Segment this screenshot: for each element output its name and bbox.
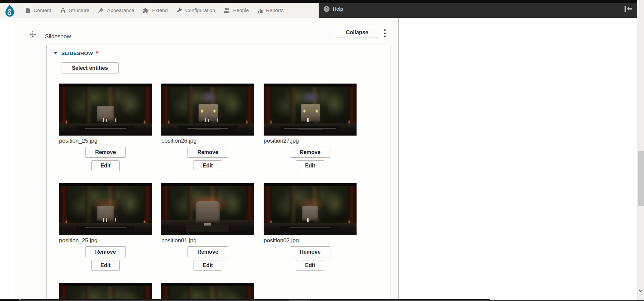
toolbar-item-label: Help bbox=[333, 6, 343, 12]
stage-panel bbox=[186, 225, 229, 232]
proscenium-top bbox=[264, 183, 357, 186]
toolbar-item-label: Reports bbox=[266, 7, 284, 13]
toolbar-menu: Content Structure Appearance Extend bbox=[0, 3, 319, 18]
edit-button[interactable]: Edit bbox=[194, 160, 222, 171]
subtitle-bar bbox=[280, 126, 340, 131]
remove-button[interactable]: Remove bbox=[290, 246, 330, 257]
edit-button[interactable]: Edit bbox=[296, 160, 324, 171]
vertical-scrollbar[interactable] bbox=[637, 0, 644, 301]
toolbar-item-label: Configuration bbox=[185, 7, 215, 13]
proscenium-top bbox=[59, 183, 152, 186]
content-region: Slideshow Collapse SLIDESHOW * Select en… bbox=[14, 18, 399, 300]
stage-structure bbox=[196, 201, 220, 223]
stage-backdrop bbox=[66, 286, 145, 301]
fieldset-legend-label: SLIDESHOW bbox=[61, 50, 93, 56]
proscenium-top bbox=[59, 283, 152, 286]
sitemap-icon bbox=[60, 7, 66, 13]
page-icon bbox=[25, 7, 31, 13]
slideshow-items-grid: position_25.jpg Remove Edit position26.j… bbox=[59, 84, 357, 301]
toolbar-item-help[interactable]: ? Help bbox=[319, 1, 348, 16]
stage-figures bbox=[307, 118, 309, 122]
edit-button[interactable]: Edit bbox=[91, 260, 120, 271]
slide-thumbnail-image bbox=[161, 183, 254, 235]
subtitle-bar bbox=[178, 126, 237, 131]
fieldset-legend: SLIDESHOW * bbox=[54, 50, 98, 56]
remove-button[interactable]: Remove bbox=[187, 246, 228, 257]
paintbrush-icon bbox=[98, 7, 104, 13]
remove-button[interactable]: Remove bbox=[187, 147, 228, 158]
remove-button[interactable]: Remove bbox=[85, 246, 126, 257]
slideshow-item: position01.jpg Remove Edit bbox=[161, 183, 254, 271]
stage-sky bbox=[301, 90, 321, 104]
tile-filename: position02.jpg bbox=[264, 237, 357, 244]
tile-filename: position27.jpg bbox=[264, 138, 357, 144]
stage-figures bbox=[103, 218, 104, 222]
collapse-tray-icon[interactable] bbox=[624, 5, 633, 12]
stage-figures bbox=[103, 118, 104, 122]
toolbar-item-configuration[interactable]: Configuration bbox=[172, 3, 219, 18]
slide-thumbnail-image bbox=[264, 84, 357, 136]
chevron-down-icon[interactable] bbox=[638, 288, 643, 293]
tile-filename: position26.jpg bbox=[161, 138, 254, 144]
remove-button[interactable]: Remove bbox=[290, 147, 330, 158]
question-circle-icon: ? bbox=[323, 6, 330, 12]
people-icon bbox=[224, 7, 230, 13]
toolbar-item-label: Structure bbox=[69, 7, 90, 13]
subtitle-bar bbox=[76, 226, 135, 231]
edit-button[interactable]: Edit bbox=[91, 160, 120, 171]
slide-thumbnail-image bbox=[59, 84, 152, 136]
proscenium-top bbox=[161, 283, 254, 286]
tile-filename: position_25.jpg bbox=[59, 138, 152, 144]
section-divider bbox=[24, 23, 391, 23]
stage-sky bbox=[199, 90, 219, 104]
proscenium-top bbox=[59, 84, 152, 87]
bottom-sheet-segment bbox=[289, 300, 310, 301]
stage-backdrop bbox=[169, 286, 247, 301]
toolbar-item-label: Appearance bbox=[107, 7, 134, 13]
toolbar-item-extend[interactable]: Extend bbox=[139, 3, 172, 18]
stage-figures bbox=[205, 118, 206, 122]
toolbar-item-label: People bbox=[233, 7, 249, 13]
toolbar-item-people[interactable]: People bbox=[219, 3, 253, 18]
slide-thumbnail-image bbox=[264, 183, 357, 235]
tile-filename: position_25.jpg bbox=[59, 237, 152, 244]
stage-structure bbox=[302, 206, 319, 221]
toolbar-item-label: Extend bbox=[152, 7, 168, 13]
puzzle-icon bbox=[143, 7, 149, 13]
collapse-arrow-icon[interactable] bbox=[54, 52, 57, 54]
kebab-menu-icon[interactable] bbox=[383, 29, 386, 37]
stage-structure bbox=[97, 206, 114, 221]
subtitle-bar bbox=[280, 226, 340, 231]
slide-thumbnail-image bbox=[161, 283, 254, 301]
edit-button[interactable]: Edit bbox=[194, 260, 222, 271]
wrench-icon bbox=[176, 7, 182, 13]
bottom-sheet-segment bbox=[310, 300, 490, 301]
drupal-logo-icon[interactable] bbox=[3, 4, 16, 17]
stage-hut bbox=[301, 104, 320, 121]
slideshow-item: position_25.jpg Remove Edit bbox=[59, 183, 152, 271]
edit-button[interactable]: Edit bbox=[296, 260, 324, 271]
screen: Content Structure Appearance Extend bbox=[0, 0, 644, 301]
required-marker: * bbox=[96, 50, 98, 55]
collapse-button[interactable]: Collapse bbox=[336, 27, 378, 38]
slideshow-item: Remove Edit bbox=[161, 283, 254, 301]
slideshow-item: Remove Edit bbox=[59, 283, 152, 301]
toolbar-item-appearance[interactable]: Appearance bbox=[94, 3, 139, 18]
drag-handle-icon[interactable] bbox=[30, 31, 36, 38]
select-entities-button[interactable]: Select entities bbox=[61, 62, 119, 73]
panel-title: Slideshow bbox=[45, 33, 71, 40]
toolbar-item-content[interactable]: Content bbox=[21, 3, 56, 18]
bar-chart-icon bbox=[258, 7, 263, 13]
stage-hut bbox=[199, 104, 218, 121]
drupal-logo-svg bbox=[3, 4, 16, 17]
toolbar-item-structure[interactable]: Structure bbox=[56, 3, 94, 18]
toolbar-item-reports[interactable]: Reports bbox=[253, 3, 288, 18]
stage-structure bbox=[97, 106, 114, 121]
remove-button[interactable]: Remove bbox=[85, 147, 126, 158]
scrollbar-thumb[interactable] bbox=[638, 151, 644, 206]
slideshow-item: position_25.jpg Remove Edit bbox=[59, 84, 152, 171]
subtitle-bar bbox=[76, 126, 135, 131]
toolbar-top-strip bbox=[0, 0, 637, 3]
slide-thumbnail-image bbox=[161, 84, 254, 136]
tile-filename: position01.jpg bbox=[161, 237, 254, 244]
